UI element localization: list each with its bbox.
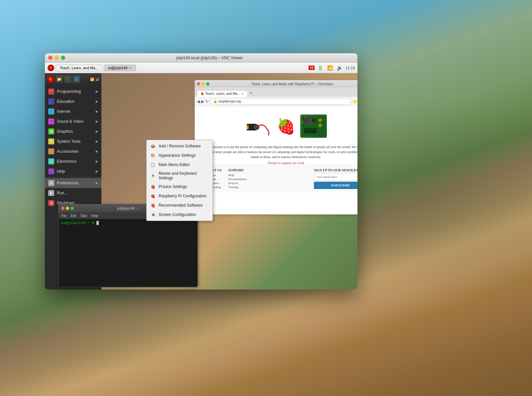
terminal-close-button[interactable] bbox=[61, 207, 65, 210]
education-arrow: ▶ bbox=[96, 100, 98, 103]
menu-label-electronics: Electronics bbox=[57, 159, 76, 164]
rpi-topbar-right: 📶 🔊 bbox=[90, 78, 99, 81]
svg-rect-5 bbox=[304, 118, 310, 123]
preferences-arrow: ▶ bbox=[96, 181, 98, 185]
browser-url-bar[interactable]: 🔒 raspberrypi.org bbox=[210, 98, 351, 105]
browser-forward-button[interactable]: ▶ bbox=[201, 99, 204, 104]
terminal-minimize-button[interactable] bbox=[66, 207, 69, 210]
appearance-icon: 🎨 bbox=[150, 152, 156, 158]
menu-item-programming[interactable]: 🍓 Programming ▶ bbox=[45, 87, 101, 97]
menu-label-accessories: Accessories bbox=[57, 149, 78, 154]
terminal-menu-help[interactable]: Help bbox=[91, 214, 98, 218]
email-input[interactable] bbox=[314, 173, 357, 181]
tab-close-icon[interactable]: ✕ bbox=[241, 92, 244, 96]
terminal-menu-tabs[interactable]: Tabs bbox=[80, 214, 87, 218]
sound-arrow: ▶ bbox=[96, 120, 98, 123]
submenu-recommended[interactable]: 🍓 Recommended Software bbox=[147, 201, 212, 210]
browser-close-button[interactable] bbox=[197, 82, 200, 86]
system-arrow: ▶ bbox=[96, 140, 98, 143]
browser-tabbar: 🍓 Teach, Learn, and Ma... ✕ + bbox=[195, 88, 357, 97]
system-icon: ⚙ bbox=[48, 138, 54, 144]
menu-item-internet[interactable]: 🌐 Internet ▶ bbox=[45, 106, 101, 116]
menu-item-graphics[interactable]: 🖼 Graphics ▶ bbox=[45, 126, 101, 136]
browser-body: 🍓 bbox=[195, 106, 357, 214]
new-tab-button[interactable]: + bbox=[248, 89, 254, 97]
submenu-add-remove[interactable]: 📦 Add / Remove Software bbox=[147, 141, 212, 151]
menu-label-internet: Internet bbox=[57, 109, 70, 114]
rpi-circuit-board bbox=[300, 114, 327, 138]
footer-support-heading: SUPPORT bbox=[228, 168, 247, 172]
rpi-topbar: 🍓 📁 $_ 🌐 📶 🔊 bbox=[45, 73, 101, 85]
menu-item-sound[interactable]: 🎵 Sound & Video ▶ bbox=[45, 116, 101, 126]
browser-addressbar: ◀ ▶ ↻ 🔒 raspberrypi.org ⭐ 🧩 👤 ⋮ bbox=[195, 97, 357, 106]
terminal-menu-edit[interactable]: Edit bbox=[70, 214, 76, 218]
terminal-body: pi@jolpi146:~ $ bbox=[59, 219, 198, 287]
rpi-terminal-icon[interactable]: $_ bbox=[64, 76, 71, 83]
menu-item-run[interactable]: ▶ Run... bbox=[45, 188, 101, 198]
accessories-icon: 🔧 bbox=[48, 148, 54, 154]
submenu-mouse-keyboard[interactable]: 🖱 Mouse and Keyboard Settings bbox=[147, 169, 212, 182]
accessories-arrow: ▶ bbox=[96, 150, 98, 153]
screen-config-icon: 🖥 bbox=[150, 212, 156, 218]
rpi-logo-icon[interactable]: 🍓 bbox=[48, 65, 54, 71]
rpi-browser-icon[interactable]: 🌐 bbox=[73, 76, 80, 83]
menu-item-electronics[interactable]: ⚡ Electronics ▶ bbox=[45, 156, 101, 166]
rpi-volume-icon: 🔊 bbox=[95, 78, 99, 81]
submenu-label-appearance: Appearance Settings bbox=[159, 153, 196, 158]
menu-label-graphics: Graphics bbox=[57, 129, 73, 134]
browser-window: Teach, Learn, and Make with Raspberry Pi… bbox=[195, 80, 357, 215]
menu-label-preferences: Preferences bbox=[57, 181, 78, 185]
menu-label-system: System Tools bbox=[57, 139, 80, 144]
footer-support: SUPPORT Help Documentation Projects Trai… bbox=[228, 168, 247, 189]
menu-item-accessories[interactable]: 🔧 Accessories ▶ bbox=[45, 146, 101, 156]
footer-link-docs[interactable]: Documentation bbox=[228, 177, 247, 181]
submenu-rpi-config[interactable]: 🍓 Raspberry Pi Configuration bbox=[147, 191, 212, 201]
preferences-icon: ⚙ bbox=[48, 180, 54, 186]
submenu-main-menu[interactable]: 📋 Main Menu Editor bbox=[147, 160, 212, 169]
vnc-toolbar: 🍓 Teach, Learn, and Ma... pi@jolpi146: ~… bbox=[45, 63, 357, 73]
vnc-tab-terminal[interactable]: pi@jolpi146: ~ bbox=[104, 65, 136, 71]
terminal-menu-file[interactable]: File bbox=[61, 214, 66, 218]
vnc-tab-browser[interactable]: Teach, Learn, and Ma... bbox=[56, 65, 103, 71]
menu-item-education[interactable]: 🎓 Education ▶ bbox=[45, 97, 101, 106]
vnc-icon-wifi: 📶 bbox=[326, 65, 334, 71]
footer-link-help[interactable]: Help bbox=[228, 173, 247, 177]
vnc-minimize-button[interactable] bbox=[55, 56, 59, 60]
vnc-maximize-button[interactable] bbox=[61, 56, 65, 60]
submenu-screen-config[interactable]: 🖥 Screen Configuration bbox=[147, 210, 212, 219]
mouse-keyboard-icon: 🖱 bbox=[150, 173, 156, 179]
browser-back-button[interactable]: ◀ bbox=[197, 99, 200, 104]
menu-item-preferences[interactable]: ⚙ Preferences ▶ bbox=[45, 178, 101, 188]
menu-label-education: Education bbox=[57, 99, 74, 104]
vnc-close-button[interactable] bbox=[48, 56, 53, 60]
footer-link-training[interactable]: Training bbox=[228, 185, 247, 189]
main-menu-icon: 📋 bbox=[150, 162, 156, 168]
terminal-maximize-button[interactable] bbox=[70, 207, 74, 210]
rpi-donate-link[interactable]: Donate to support our work bbox=[198, 161, 357, 165]
rpi-website-content: 🍓 bbox=[195, 106, 357, 196]
footer-link-projects[interactable]: Projects bbox=[228, 181, 247, 185]
submenu-pijuice[interactable]: 🍓 PiJuice Settings bbox=[147, 182, 212, 191]
browser-refresh-button[interactable]: ↻ bbox=[205, 99, 209, 104]
browser-tab-active[interactable]: 🍓 Teach, Learn, and Ma... ✕ bbox=[197, 90, 248, 97]
browser-minimize-button[interactable] bbox=[201, 82, 205, 86]
browser-lock-icon: 🔒 bbox=[213, 99, 217, 103]
rpi-footer: ABOUT US About us Our team Governance Sa… bbox=[198, 165, 357, 193]
rpi-config-icon: 🍓 bbox=[150, 193, 156, 199]
rpi-logo-button[interactable]: 🍓 bbox=[47, 76, 54, 83]
menu-item-help[interactable]: ❓ Help ▶ bbox=[45, 166, 101, 176]
browser-bookmark-icon[interactable]: ⭐ bbox=[352, 99, 357, 104]
submenu-appearance[interactable]: 🎨 Appearance Settings bbox=[147, 151, 212, 160]
svg-point-3 bbox=[247, 127, 249, 129]
graphics-arrow: ▶ bbox=[96, 130, 98, 133]
browser-maximize-button[interactable] bbox=[206, 82, 209, 86]
subscribe-button[interactable]: SUBSCRIBE bbox=[314, 182, 357, 189]
browser-title: Teach, Learn, and Make with Raspberry Pi… bbox=[209, 82, 357, 86]
rpi-site-header: 🍓 bbox=[198, 109, 357, 143]
submenu-label-screen-config: Screen Configuration bbox=[159, 212, 196, 217]
rpi-file-manager-icon[interactable]: 📁 bbox=[56, 76, 63, 83]
menu-item-system[interactable]: ⚙ System Tools ▶ bbox=[45, 136, 101, 146]
footer-newsletter: SIGN UP TO OUR NEWSLETTER SUBSCRIBE bbox=[314, 168, 357, 189]
vnc-icon-volume: 🔊 bbox=[336, 65, 343, 71]
rpi-cable-graphic bbox=[245, 112, 272, 140]
